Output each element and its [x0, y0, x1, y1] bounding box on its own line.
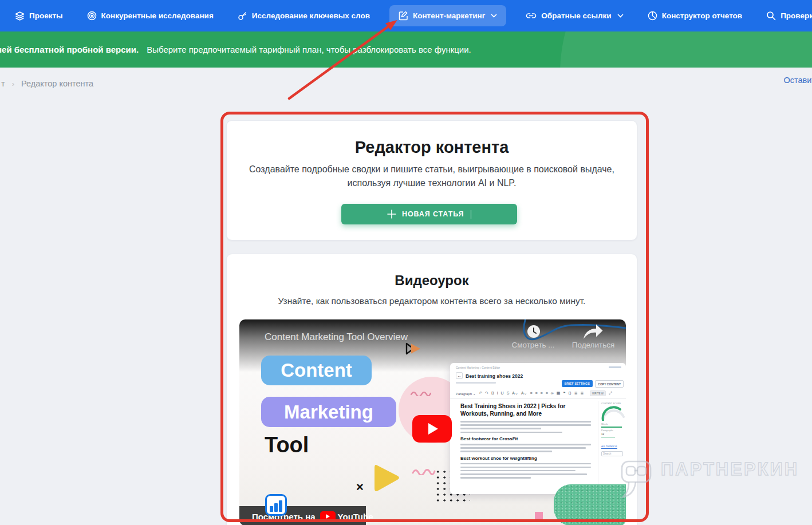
toolbar-icon: ❝: [563, 391, 565, 395]
chevron-down-icon: [491, 14, 497, 18]
toolbar-icon: S: [507, 391, 510, 395]
nav-item-label: Обратные ссылки: [541, 11, 611, 20]
toolbar-write-button: WRITE W: [590, 390, 606, 396]
play-triangle-icon: [428, 423, 438, 435]
article-subheading: Best workout shoe for weightlifting: [460, 456, 591, 461]
plus-icon: [387, 210, 396, 219]
toolbar-icon: I: [497, 391, 498, 395]
report-icon: [648, 11, 657, 21]
play-logo-icon: [405, 342, 422, 356]
content-score-label: CONTENT SCORE: [601, 402, 626, 405]
nav-item-onpage-seo-check[interactable]: Проверка SEO на странице: [762, 5, 812, 26]
watch-on-youtube-bar[interactable]: Посмотреть на YouTube: [239, 506, 366, 525]
toolbar-icon: ≡: [530, 391, 532, 395]
toolbar-icon: ↷: [485, 391, 488, 395]
edit-icon: [399, 11, 408, 21]
watermark: ПАРТНЕРКИН: [620, 457, 799, 499]
toolbar-icon: A⌄: [512, 391, 518, 395]
editor-preview-meta-placeholder: [456, 382, 496, 384]
nav-item-projects[interactable]: Проекты: [10, 5, 68, 26]
bar-chart-logo-icon: [265, 494, 287, 516]
editor-preview-sidebar: CONTENT SCORE Words Paragraphs 12 ALL TE…: [598, 401, 626, 494]
copy-content-button: COPY CONTENT: [595, 380, 624, 388]
editor-preview-article: Best Training Shoes in 2022 | Picks for …: [460, 403, 591, 480]
key-icon: [238, 11, 247, 21]
editor-preview-toplink-placeholder: [609, 366, 621, 368]
watermark-text: ПАРТНЕРКИН: [661, 459, 799, 480]
trial-banner-bold-text: ней бесплатной пробной версии.: [0, 45, 139, 54]
top-nav: Проекты Конкурентные исследования Исслед…: [0, 0, 812, 31]
article-subheading: Best footwear for CrossFit: [460, 436, 591, 441]
video-card-title: Видеоурок: [227, 273, 637, 289]
new-article-button[interactable]: НОВАЯ СТАТЬЯ: [341, 204, 517, 224]
watch-later-label[interactable]: Смотреть ...: [507, 341, 559, 349]
text-caret: [471, 210, 472, 219]
page-title: Редактор контента: [227, 138, 637, 157]
nav-item-report-builder[interactable]: Конструктор отчетов: [643, 5, 747, 26]
nav-item-label: Проекты: [29, 11, 63, 20]
nav-item-label: Конкурентные исследования: [101, 11, 214, 20]
paragraph-dropdown: Paragraph ⌄: [456, 392, 476, 396]
youtube-play-button[interactable]: [412, 415, 452, 443]
page-subtitle-line1: Создавайте подробные сводки и пишите ста…: [227, 163, 637, 176]
toolbar-icon: ∞: [551, 391, 554, 395]
pink-squiggle-decoration: [412, 468, 436, 475]
video-tutorial-card: Видеоурок Узнайте, как пользоваться реда…: [226, 254, 637, 525]
editor-preview-toolbar: Paragraph ⌄ ↶↷BIUSA⌄A⌄≡≡≡≡∞▦❝⟨⟩≣≣ WRITE …: [456, 390, 620, 396]
link-icon: [526, 11, 537, 20]
toolbar-icons: ↶↷BIUSA⌄A⌄≡≡≡≡∞▦❝⟨⟩≣≣: [479, 391, 586, 396]
expand-icon: ⤢: [609, 391, 612, 396]
target-icon: [87, 11, 97, 21]
terms-search-input: Search: [601, 451, 623, 456]
toolbar-icon: ≡: [546, 391, 548, 395]
editor-preview-screenshot: Content Marketing › Content Editor ← Bes…: [450, 363, 626, 494]
metric-rule: [601, 427, 622, 428]
video-card-subtitle: Узнайте, как пользоваться редактором кон…: [227, 294, 637, 308]
close-icon[interactable]: ×: [356, 480, 364, 495]
toolbar-icon: U: [501, 391, 504, 395]
nav-item-content-marketing[interactable]: Контент-маркетинг: [389, 5, 506, 26]
toolbar-icon: ≡: [535, 391, 538, 395]
nav-item-label: Конструктор отчетов: [662, 11, 742, 20]
content-editor-card: Редактор контента Создавайте подробные с…: [226, 120, 637, 240]
page-subtitle-line2: используя лучшие технологии AI и NLP.: [227, 176, 637, 190]
banner-decorative-arc: [560, 31, 812, 68]
green-texture-decoration: [554, 484, 626, 525]
paragraphs-label: Paragraphs: [601, 429, 626, 432]
nav-item-label: Исследование ключевых слов: [252, 11, 370, 20]
youtube-wordmark: YouTube: [338, 512, 373, 522]
breadcrumb-current: Редактор контента: [21, 79, 93, 88]
chevron-down-icon: [617, 14, 624, 18]
divider: [450, 398, 626, 399]
yellow-triangle-decoration: [372, 461, 401, 495]
back-arrow-icon: ←: [456, 372, 463, 379]
breadcrumb-prev-fragment[interactable]: т: [1, 79, 5, 88]
layers-icon: [15, 11, 25, 21]
nav-item-competitive-research[interactable]: Конкурентные исследования: [82, 5, 218, 26]
trial-banner: ней бесплатной пробной версии. Выберите …: [0, 31, 812, 68]
share-icon[interactable]: [582, 323, 604, 340]
thumb-word-content: Content: [261, 356, 372, 385]
toolbar-icon: ≣: [574, 391, 578, 395]
nav-item-label: Контент-маркетинг: [413, 11, 485, 20]
article-heading: Best Training Shoes in 2022 | Picks for …: [460, 403, 591, 417]
share-label[interactable]: Поделиться: [566, 341, 621, 349]
search-icon: [766, 11, 776, 21]
new-article-button-label: НОВАЯ СТАТЬЯ: [402, 210, 464, 218]
app-canvas: Проекты Конкурентные исследования Исслед…: [0, 0, 812, 525]
trial-banner-text: Выберите предпочитаемый тарифный план, ч…: [147, 45, 471, 54]
feedback-link[interactable]: Оставит: [783, 76, 812, 85]
toolbar-icon: ≣: [581, 391, 584, 395]
youtube-video-player[interactable]: Content Marketing › Content Editor ← Bes…: [239, 319, 626, 525]
nav-item-backlinks[interactable]: Обратные ссылки: [521, 6, 628, 26]
watch-later-clock-icon[interactable]: [527, 325, 541, 338]
metric-rule: [601, 437, 615, 438]
pink-square-decoration: [535, 512, 543, 520]
nav-item-keyword-research[interactable]: Исследование ключевых слов: [233, 5, 375, 26]
all-terms-tab: ALL TERMS 56: [601, 445, 617, 449]
youtube-play-icon: [320, 511, 336, 522]
toolbar-icon: ≡: [541, 391, 543, 395]
toolbar-icon: B: [491, 391, 494, 395]
paragraphs-value: 12: [601, 433, 626, 436]
toolbar-icon: ⟨⟩: [568, 391, 571, 395]
